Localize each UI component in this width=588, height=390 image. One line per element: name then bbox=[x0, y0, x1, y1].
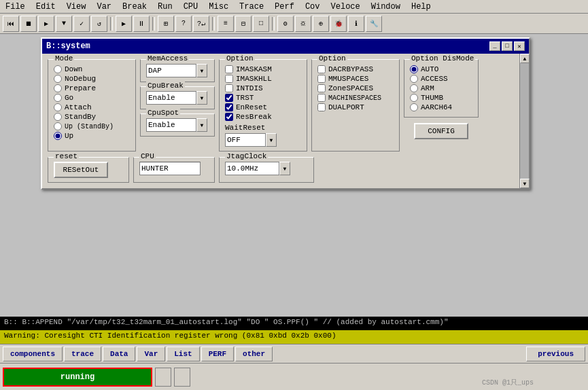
menu-perf[interactable]: Perf bbox=[272, 2, 297, 12]
dismode-arm-radio[interactable] bbox=[410, 84, 418, 92]
mode-attach-row: Attach bbox=[54, 103, 130, 111]
menu-run[interactable]: Run bbox=[155, 2, 175, 12]
toolbar-check-btn[interactable]: ✓ bbox=[73, 16, 90, 32]
toolbar-list-btn[interactable]: ≡ bbox=[218, 16, 234, 32]
menu-help[interactable]: Help bbox=[409, 2, 434, 12]
previous-button[interactable]: previous bbox=[526, 347, 585, 361]
toolbar-wrench-btn[interactable]: 🔧 bbox=[366, 16, 382, 32]
cpuspot-value[interactable]: Enable bbox=[146, 118, 196, 132]
dacrbypass-checkbox[interactable] bbox=[317, 65, 326, 73]
toolbar-question-btn[interactable]: ? bbox=[175, 16, 192, 32]
config-button[interactable]: CONFIG bbox=[414, 123, 468, 139]
enreset-checkbox[interactable] bbox=[225, 103, 233, 111]
scroll-down-btn[interactable]: ▼ bbox=[520, 179, 530, 188]
toolbar-info-btn[interactable]: ℹ bbox=[348, 16, 364, 32]
grid-icon: ⊞ bbox=[164, 20, 168, 28]
waitreset-dropdown-arrow[interactable]: ▼ bbox=[266, 133, 277, 147]
menu-file[interactable]: File bbox=[3, 2, 28, 12]
menu-veloce[interactable]: Veloce bbox=[328, 2, 363, 12]
cpubreak-select-container: Enable ▼ bbox=[146, 91, 209, 105]
toolbar-run-btn[interactable]: ▶ bbox=[38, 16, 54, 32]
toolbar-grid2-btn[interactable]: ⊟ bbox=[235, 16, 252, 32]
menu-window[interactable]: Window bbox=[368, 2, 403, 12]
menu-view[interactable]: View bbox=[64, 2, 89, 12]
jtag-value[interactable]: 10.0MHz bbox=[225, 162, 279, 175]
toolbar-pause-btn[interactable]: ⏸ bbox=[133, 16, 150, 32]
tab-components[interactable]: components bbox=[3, 347, 63, 361]
toolbar-chip-btn[interactable]: ⚙ bbox=[277, 16, 294, 32]
status-bar: running CSDN @1只_ups bbox=[0, 363, 588, 390]
question2-icon: ?↵ bbox=[197, 20, 205, 28]
imaskasm-checkbox[interactable] bbox=[225, 65, 233, 73]
maximize-button[interactable]: □ bbox=[502, 41, 513, 51]
menu-edit[interactable]: Edit bbox=[33, 2, 58, 12]
memaccess-select-container: DAP ▼ bbox=[146, 64, 209, 77]
menu-break[interactable]: Break bbox=[120, 2, 150, 12]
cpubreak-dropdown-arrow[interactable]: ▼ bbox=[196, 91, 207, 105]
toolbar-question2-btn[interactable]: ?↵ bbox=[193, 16, 209, 32]
menu-var[interactable]: Var bbox=[94, 2, 114, 12]
dialog-scrollbar[interactable]: ▲ ▼ bbox=[519, 54, 529, 188]
dismode-aarch64-radio[interactable] bbox=[410, 103, 418, 111]
toolbar-bug-btn[interactable]: 🐞 bbox=[330, 16, 347, 32]
tab-trace[interactable]: trace bbox=[64, 347, 101, 361]
cpuspot-group: CpuSpot Enable ▼ bbox=[140, 113, 215, 137]
tab-var[interactable]: Var bbox=[137, 347, 165, 361]
toolbar-sep2 bbox=[152, 17, 155, 31]
memaccess-dropdown-arrow[interactable]: ▼ bbox=[196, 64, 207, 77]
scroll-track[interactable] bbox=[520, 63, 529, 179]
mode-upstandby-radio[interactable] bbox=[54, 122, 62, 130]
toolbar-play-btn[interactable]: ▶ bbox=[116, 16, 132, 32]
dismode-aarch64-label: AARCH64 bbox=[421, 103, 452, 111]
toolbar-grid-btn[interactable]: ⊞ bbox=[158, 16, 174, 32]
mode-standby-radio[interactable] bbox=[54, 113, 62, 121]
toolbar-box-btn[interactable]: □ bbox=[253, 16, 269, 32]
machinespaces-checkbox[interactable] bbox=[317, 94, 326, 102]
dismode-thumb-radio[interactable] bbox=[410, 94, 418, 102]
mode-go-radio[interactable] bbox=[54, 94, 62, 102]
menu-cov[interactable]: Cov bbox=[302, 2, 323, 12]
mode-down-radio[interactable] bbox=[54, 65, 62, 73]
zonespaces-checkbox[interactable] bbox=[317, 84, 326, 92]
resbreak-checkbox[interactable] bbox=[225, 113, 233, 121]
mode-label: Mode bbox=[54, 54, 74, 63]
menu-misc[interactable]: Misc bbox=[206, 2, 231, 12]
mmuspaces-checkbox[interactable] bbox=[317, 75, 326, 83]
trst-checkbox[interactable] bbox=[225, 94, 233, 102]
dualport-checkbox[interactable] bbox=[317, 103, 326, 111]
mode-up-radio[interactable] bbox=[54, 132, 62, 140]
toolbar-refresh-btn[interactable]: ↺ bbox=[91, 16, 107, 32]
toolbar-chip2-btn[interactable]: ⊕ bbox=[313, 16, 329, 32]
waitreset-value[interactable]: OFF bbox=[225, 133, 266, 147]
dismode-thumb-label: THUMB bbox=[421, 94, 443, 102]
imaskhll-checkbox[interactable] bbox=[225, 75, 233, 83]
cpubreak-label: CpuBreak bbox=[146, 82, 185, 90]
dialog-titlebar: B::system _ □ ✕ bbox=[42, 39, 529, 54]
menu-trace[interactable]: Trace bbox=[237, 2, 266, 12]
intdis-checkbox[interactable] bbox=[225, 84, 233, 92]
toolbar-stop-btn[interactable]: ⏹ bbox=[20, 16, 37, 32]
tab-list[interactable]: List bbox=[167, 347, 199, 361]
menu-cpu[interactable]: CPU bbox=[181, 2, 201, 12]
mode-nodebug-radio[interactable] bbox=[54, 75, 62, 83]
toolbar-step-btn[interactable]: ⏮ bbox=[3, 16, 19, 32]
dismode-access-radio[interactable] bbox=[410, 75, 418, 83]
toolbar-down-btn[interactable]: ▼ bbox=[56, 16, 72, 32]
toolbar-cpu-btn[interactable]: ⛭ bbox=[295, 16, 311, 32]
tab-data[interactable]: Data bbox=[103, 347, 135, 361]
memaccess-value[interactable]: DAP bbox=[146, 64, 196, 77]
mode-attach-radio[interactable] bbox=[54, 103, 62, 111]
cpuspot-dropdown-arrow[interactable]: ▼ bbox=[196, 118, 207, 132]
minimize-button[interactable]: _ bbox=[489, 41, 500, 51]
cpubreak-value[interactable]: Enable bbox=[146, 91, 196, 105]
tab-perf[interactable]: PERF bbox=[201, 347, 234, 361]
jtag-dropdown-arrow[interactable]: ▼ bbox=[279, 162, 290, 175]
resetout-button[interactable]: RESetOut bbox=[54, 162, 108, 178]
dismode-auto-radio[interactable] bbox=[410, 65, 418, 73]
close-button[interactable]: ✕ bbox=[514, 41, 525, 51]
list-icon: ≡ bbox=[224, 20, 228, 27]
tab-other[interactable]: other bbox=[235, 347, 273, 361]
scroll-up-btn[interactable]: ▲ bbox=[520, 54, 530, 63]
mode-prepare-radio[interactable] bbox=[54, 84, 62, 92]
dualport-row: DUALPORT bbox=[317, 103, 394, 111]
